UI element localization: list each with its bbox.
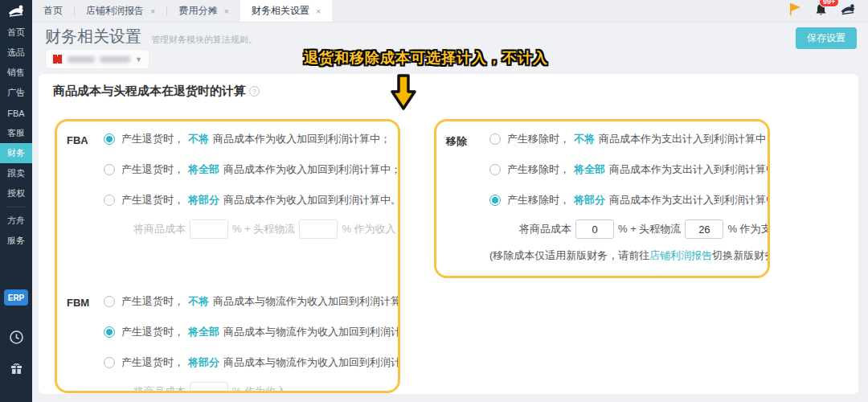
gift-icon[interactable] [0,357,32,378]
radio-icon[interactable] [104,195,115,206]
store-selector-dropdown[interactable]: ▼ [45,49,149,69]
close-tab-icon[interactable]: × [316,6,321,16]
radio-icon[interactable] [104,357,115,368]
page-title: 财务相关设置 [45,26,141,47]
topbar-icons: 99+ [788,0,868,22]
tab-bar: 首页 店铺利润报告 × 费用分摊 × 财务相关设置 × 99+ [32,0,868,23]
chevron-down-icon: ▼ [135,55,142,64]
sidebar-item-ads[interactable]: 广告 [0,83,32,103]
close-tab-icon[interactable]: × [150,6,155,16]
radio-selected-icon[interactable] [104,133,115,145]
fba-option-3[interactable]: 产生退货时，将部分商品成本作为收入加回到利润计算中。 [104,193,400,207]
notification-bell-icon[interactable]: 99+ [814,2,828,20]
radio-selected-icon[interactable] [489,195,501,206]
sidebar-item-follow[interactable]: 跟卖 [0,163,32,183]
tab-finance-settings[interactable]: 财务相关设置 × [240,0,332,22]
fba-group-label: FBA [67,134,88,146]
radio-selected-icon[interactable] [104,326,115,338]
fbm-partial-percent-row: 将商品成本 % 作为收入 [133,382,286,393]
fba-partial-percent-row: 将商品成本 % + 头程物流 % 作为收入 [133,219,396,239]
removal-option-3[interactable]: 产生移除时，将部分商品成本作为支出计入到利润计算中。 [489,193,770,207]
help-icon[interactable]: ? [249,86,260,96]
app-window: 首页 选品 销售 广告 FBA 客服 财务 跟卖 授权 方舟 服务 ERP 首页… [0,0,868,402]
fbm-option-2[interactable]: 产生退货时，将全部商品成本与物流作为收入加回到利润计算中； [104,325,400,339]
sidebar-item-service[interactable]: 客服 [0,123,32,143]
sidebar-item-finance[interactable]: 财务 [0,143,32,163]
section-title: 商品成本与头程成本在退货时的计算 ? [53,84,260,99]
annotation-arrow-down-icon [390,74,417,114]
sidebar-item-ark[interactable]: 方舟 [0,211,32,231]
radio-icon[interactable] [489,164,501,175]
removal-partial-percent-row: 将商品成本 % + 头程物流 % 作为支出 [519,219,770,239]
tab-store-profit-report[interactable]: 店铺利润报告 × [75,0,166,22]
fba-option-2[interactable]: 产生退货时，将全部商品成本作为收入加回到利润计算中； [104,162,400,177]
flag-pennant-icon[interactable] [788,2,803,19]
sidebar-erp-badge[interactable]: ERP [4,289,28,306]
sidebar-item-home[interactable]: 首页 [0,23,32,43]
radio-icon[interactable] [104,296,115,307]
return-cost-group: FBA 产生退货时，不将商品成本作为收入加回到利润计算中； 产生退货时，将全部商… [55,119,400,393]
removal-group-label: 移除 [446,134,467,149]
removal-note: (移除成本仅适用新版财务，请前往店铺利润报告切换新版财务) [489,248,770,263]
annotation-callout: 退货和移除成本可选择计入，不计入 [304,48,548,68]
removal-cost-group: 移除 产生移除时，不将商品成本作为支出计入到利润计算中； 产生移除时，将全部商品… [434,119,770,278]
radio-icon[interactable] [489,133,501,145]
removal-product-cost-percent-input[interactable] [575,219,614,239]
fba-product-cost-percent-input[interactable] [190,219,228,239]
removal-first-leg-percent-input[interactable] [685,219,723,239]
notification-badge: 99+ [819,0,839,7]
settings-card: 商品成本与头程成本在退货时的计算 ? FBA 产生退货时，不将商品成本作为收入加… [39,74,858,394]
sidebar-item-sales[interactable]: 销售 [0,63,32,83]
fba-option-1[interactable]: 产生退货时，不将商品成本作为收入加回到利润计算中； [104,132,391,146]
sidebar-divider [6,207,27,207]
history-icon[interactable] [0,326,32,347]
close-tab-icon[interactable]: × [223,6,228,16]
fbm-option-3[interactable]: 产生退货时，将部分商品成本与物流作为收入加回到利润计算中。 [104,355,400,370]
fba-first-leg-percent-input[interactable] [299,219,338,239]
canada-flag-icon [52,54,63,64]
store-profit-report-link[interactable]: 店铺利润报告 [649,249,712,261]
fbm-group-label: FBM [67,297,89,309]
sidebar: 首页 选品 销售 广告 FBA 客服 财务 跟卖 授权 方舟 服务 ERP [0,0,32,402]
sidebar-item-product[interactable]: 选品 [0,43,32,63]
save-settings-button[interactable]: 保存设置 [796,27,857,49]
sidebar-item-auth[interactable]: 授权 [0,183,32,203]
sidebar-item-services[interactable]: 服务 [0,231,32,251]
page-subtitle: 管理财务模块的算法规则。 [151,34,257,46]
store-name-redacted [68,56,130,63]
tab-cost-allocation[interactable]: 费用分摊 × [167,0,240,22]
fbm-product-cost-percent-input[interactable] [190,382,228,393]
app-logo-icon[interactable] [0,0,32,23]
sidebar-item-fba[interactable]: FBA [0,103,32,123]
tab-home[interactable]: 首页 [32,0,74,22]
fbm-option-1[interactable]: 产生退货时，不将商品成本与物流作为收入加回到利润计算中； [104,294,400,309]
user-avatar[interactable] [839,2,857,21]
removal-option-2[interactable]: 产生移除时，将全部商品成本作为支出计入到利润计算中； [489,162,770,177]
radio-icon[interactable] [104,164,115,175]
removal-option-1[interactable]: 产生移除时，不将商品成本作为支出计入到利润计算中； [489,132,770,146]
